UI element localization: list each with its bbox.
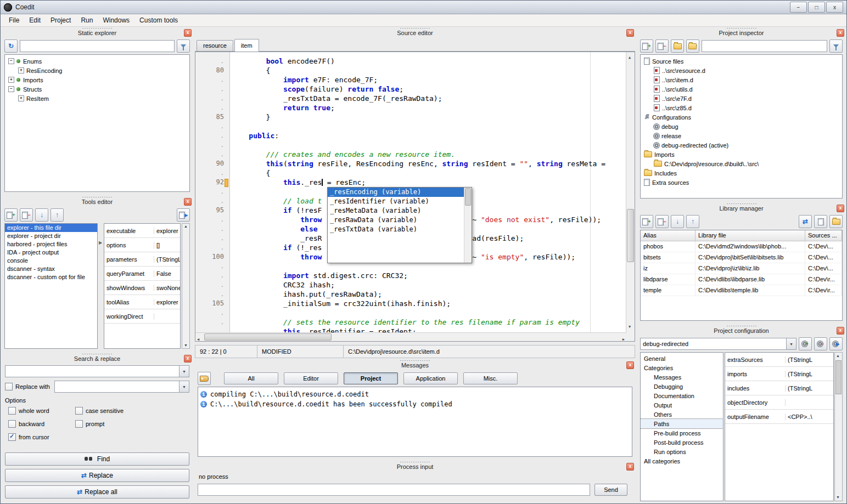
tree-item[interactable]: ..\src\resource.d — [641, 66, 842, 75]
code-line[interactable]: ihash.put(_resRawData); — [232, 290, 626, 299]
property-value[interactable]: [] — [154, 242, 180, 248]
move-library-down-button[interactable]: ↓ — [671, 215, 684, 228]
tree-item[interactable]: ..\src\z85.d — [641, 103, 842, 112]
completion-item[interactable]: _resEncoding (variable) — [328, 188, 464, 197]
option-from-cursor[interactable]: from cursor — [8, 433, 73, 441]
gutter-row[interactable]: . — [195, 224, 229, 234]
property-value[interactable]: explorer — [154, 228, 180, 234]
move-library-up-button[interactable]: ↑ — [686, 215, 699, 228]
code-line[interactable]: /// creates and encodes a new resource i… — [232, 150, 626, 159]
close-panel-icon[interactable]: x — [837, 327, 844, 335]
tab-item[interactable]: item — [234, 39, 259, 52]
tool-item[interactable]: IDA - project output — [5, 248, 97, 257]
close-panel-icon[interactable]: x — [626, 361, 634, 369]
code-line[interactable]: scope(failure) return false; — [232, 84, 626, 94]
scroll-left-icon[interactable]: ◀ — [197, 335, 199, 342]
process-input-header[interactable]: Process input x — [194, 461, 636, 472]
code-line[interactable]: import e7F: encode_7F; — [232, 75, 626, 84]
tools-editor-header[interactable]: Tools editor x — [1, 196, 194, 207]
code-line[interactable]: { — [232, 168, 626, 178]
inspector-filter-button[interactable] — [829, 39, 843, 53]
inspector-filter-input[interactable] — [702, 40, 827, 52]
editor-horizontal-scrollbar[interactable]: ◀ ▶ — [195, 332, 626, 341]
gutter-row[interactable]: . — [195, 318, 229, 327]
gutter-row[interactable]: . — [195, 234, 229, 243]
tree-item[interactable]: −Structs — [5, 84, 189, 94]
gutter-row[interactable]: 92 — [195, 178, 229, 187]
replace-with-checkbox[interactable] — [5, 383, 13, 390]
close-panel-icon[interactable]: x — [626, 463, 634, 471]
library-row[interactable]: izC:\Dev\dproj\iz\lib\iz.libC:\Dev\... — [641, 263, 842, 274]
tool-item[interactable]: explorer - this file dir — [5, 224, 97, 232]
configuration-scrollbar[interactable]: ▲ ▼ — [834, 352, 843, 501]
tree-item[interactable]: Run options — [641, 447, 723, 456]
completion-scrollbar[interactable] — [464, 188, 472, 263]
code-line[interactable]: return true; — [232, 103, 626, 112]
scroll-right-icon[interactable]: ▶ — [622, 335, 625, 342]
expand-toggle-icon[interactable]: + — [18, 95, 24, 101]
new-tool-button[interactable]: + — [4, 208, 18, 222]
configuration-select[interactable]: debug-redirected ▼ — [640, 338, 796, 350]
gutter-row[interactable]: 95 — [195, 206, 229, 215]
maximize-button[interactable]: □ — [808, 2, 825, 13]
tree-item[interactable]: Paths — [641, 419, 723, 428]
gutter-row[interactable]: . — [195, 187, 229, 196]
menu-edit[interactable]: Edit — [24, 15, 46, 26]
title-bar[interactable]: Coedit − □ x — [1, 1, 846, 14]
code-line[interactable]: _initialSum = crc322uint(ihash.finish); — [232, 299, 626, 308]
tree-item[interactable]: ..\src\e7F.d — [641, 94, 842, 103]
gutter-row[interactable]: . — [195, 262, 229, 271]
option-backward[interactable]: backward — [8, 420, 73, 428]
remove-config-button[interactable]: − — [814, 337, 827, 350]
library-file-button[interactable] — [814, 215, 827, 228]
scroll-down-icon[interactable]: ▼ — [836, 495, 840, 500]
tab-resource[interactable]: resource — [197, 40, 233, 51]
add-folder-button[interactable]: + — [686, 39, 699, 53]
tree-item[interactable]: Extra sources — [641, 178, 842, 187]
scroll-down-icon[interactable]: ▼ — [629, 322, 631, 332]
expand-toggle-icon[interactable]: − — [8, 86, 14, 92]
scroll-down-icon[interactable]: ▼ — [184, 343, 188, 348]
completion-item[interactable]: _resMetaData (variable) — [328, 206, 464, 216]
close-panel-icon[interactable]: x — [184, 29, 192, 37]
gutter-row[interactable]: . — [195, 122, 229, 131]
tree-item[interactable]: ..\src\utils.d — [641, 84, 842, 94]
execute-tool-button[interactable]: ▶ — [177, 208, 190, 222]
completion-item[interactable]: _resRawData (variable) — [328, 216, 464, 225]
code-line[interactable] — [232, 140, 626, 150]
symbol-filter-input[interactable] — [20, 40, 175, 52]
filter-all[interactable]: All — [224, 372, 278, 384]
filter-application[interactable]: Application — [403, 372, 458, 384]
property-value[interactable]: False — [154, 270, 180, 277]
close-panel-icon[interactable]: x — [626, 29, 634, 37]
drag-grip[interactable] — [726, 27, 757, 29]
gutter-row[interactable]: . — [195, 94, 229, 103]
minimize-button[interactable]: − — [790, 2, 807, 13]
expand-toggle-icon[interactable]: + — [8, 77, 14, 83]
tree-item[interactable]: Debugging — [641, 382, 723, 391]
project-configuration-header[interactable]: Project configuration x — [636, 325, 846, 336]
close-panel-icon[interactable]: x — [184, 355, 192, 363]
menu-custom-tools[interactable]: Custom tools — [134, 15, 183, 26]
tree-item[interactable]: Post-build process — [641, 438, 723, 447]
message-options-button[interactable] — [198, 372, 211, 385]
tree-item[interactable]: +ResEncoding — [5, 66, 189, 75]
scroll-thumb[interactable] — [627, 209, 634, 262]
property-value[interactable]: (TStringL — [786, 385, 833, 392]
replace-dropdown-button[interactable]: ▼ — [179, 381, 189, 392]
gutter-row[interactable]: 85 — [195, 112, 229, 122]
property-value[interactable]: (TStringL — [786, 356, 833, 363]
drag-grip[interactable] — [400, 461, 430, 463]
property-value[interactable]: explorer — [154, 299, 180, 305]
code-line[interactable]: { — [232, 66, 626, 75]
column-header[interactable]: Alias — [641, 230, 695, 241]
code-line[interactable]: _resTxtData = encode_7F(_resRawData); — [232, 94, 626, 103]
code-line[interactable]: bool encodee7F() — [232, 56, 626, 66]
column-header[interactable]: Library file — [695, 230, 805, 241]
send-button[interactable]: Send — [594, 484, 627, 496]
configuration-dropdown-button[interactable]: ▼ — [786, 338, 796, 349]
tool-item[interactable]: dscanner - syntax — [5, 265, 97, 273]
code-line[interactable]: CRC32 ihash; — [232, 280, 626, 290]
add-config-button[interactable]: + — [799, 337, 812, 350]
gutter-row[interactable]: . — [195, 75, 229, 84]
